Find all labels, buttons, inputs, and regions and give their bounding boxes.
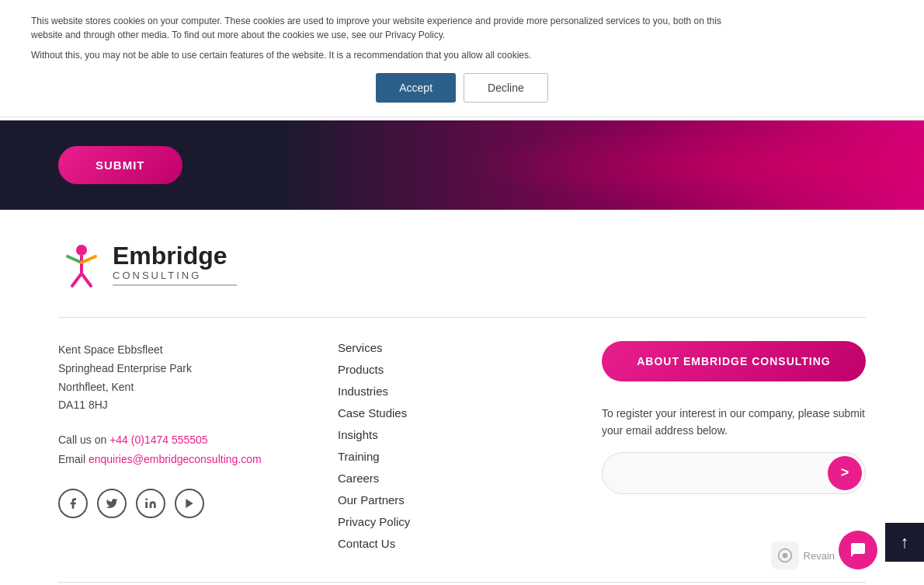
revain-logo-icon bbox=[771, 541, 799, 569]
cookie-banner: This website stores cookies on your comp… bbox=[0, 0, 924, 117]
logo-icon bbox=[58, 241, 105, 287]
call-prefix: Call us on bbox=[58, 434, 109, 446]
svg-marker-7 bbox=[186, 499, 193, 508]
email-form: > bbox=[602, 452, 866, 494]
footer-address-col: Kent Space Ebbsfleet Springhead Enterpri… bbox=[58, 341, 322, 559]
nav-item-products: Products bbox=[338, 363, 602, 377]
hero-section: SUBMIT bbox=[0, 120, 924, 210]
submit-button[interactable]: SUBMIT bbox=[58, 146, 182, 184]
twitter-icon[interactable] bbox=[97, 489, 127, 518]
nav-item-training: Training bbox=[338, 450, 602, 464]
decline-button[interactable]: Decline bbox=[464, 73, 548, 103]
nav-item-insights: Insights bbox=[338, 428, 602, 442]
facebook-icon[interactable] bbox=[58, 489, 88, 518]
logo-area: Embridge CONSULTING bbox=[58, 241, 237, 287]
nav-item-industries: Industries bbox=[338, 385, 602, 399]
scroll-top-button[interactable]: ↑ bbox=[885, 523, 924, 562]
address-line3: Northfleet, Kent bbox=[58, 378, 322, 397]
svg-point-9 bbox=[782, 553, 787, 559]
svg-point-0 bbox=[76, 245, 87, 256]
email-submit-button[interactable]: > bbox=[828, 456, 862, 490]
revain-label: Revain bbox=[804, 550, 835, 562]
nav-link-insights[interactable]: Insights bbox=[338, 428, 378, 441]
nav-item-privacy-policy: Privacy Policy bbox=[338, 515, 602, 529]
nav-link-our-partners[interactable]: Our Partners bbox=[338, 493, 405, 507]
nav-links: Services Products Industries Case Studie… bbox=[338, 341, 602, 551]
footer-content: Kent Space Ebbsfleet Springhead Enterpri… bbox=[58, 318, 866, 582]
footer-bottom: ©2022 Embridge Consulting. All rights re… bbox=[58, 582, 866, 585]
nav-item-services: Services bbox=[338, 341, 602, 355]
footer-nav-col: Services Products Industries Case Studie… bbox=[322, 341, 602, 559]
revain-watermark: Revain bbox=[771, 541, 835, 569]
svg-line-2 bbox=[68, 256, 82, 263]
nav-link-industries[interactable]: Industries bbox=[338, 385, 388, 398]
footer-about-col: ABOUT EMBRIDGE CONSULTING To register yo… bbox=[602, 341, 866, 559]
register-text: To register your interest in our company… bbox=[602, 405, 866, 440]
nav-item-careers: Careers bbox=[338, 472, 602, 486]
email-link[interactable]: enquiries@embridgeconsulting.com bbox=[89, 453, 262, 465]
svg-line-4 bbox=[72, 273, 82, 286]
nav-item-contact-us: Contact Us bbox=[338, 537, 602, 551]
address-line1: Kent Space Ebbsfleet bbox=[58, 341, 322, 360]
nav-link-contact-us[interactable]: Contact Us bbox=[338, 537, 395, 550]
nav-link-services[interactable]: Services bbox=[338, 341, 383, 354]
footer: Embridge CONSULTING Kent Space Ebbsfleet… bbox=[0, 210, 924, 585]
accept-button[interactable]: Accept bbox=[376, 73, 456, 103]
nav-link-careers[interactable]: Careers bbox=[338, 472, 379, 485]
chat-widget[interactable] bbox=[839, 531, 877, 569]
svg-point-6 bbox=[145, 498, 148, 500]
nav-item-our-partners: Our Partners bbox=[338, 493, 602, 507]
nav-link-case-studies[interactable]: Case Studies bbox=[338, 406, 407, 420]
address-line2: Springhead Enterprise Park bbox=[58, 360, 322, 378]
linkedin-icon[interactable] bbox=[136, 489, 165, 518]
phone-link[interactable]: +44 (0)1474 555505 bbox=[109, 434, 208, 446]
contact-info: Call us on +44 (0)1474 555505 Email enqu… bbox=[58, 430, 322, 469]
email-input[interactable] bbox=[603, 456, 825, 490]
nav-link-privacy-policy[interactable]: Privacy Policy bbox=[338, 515, 410, 528]
cookie-text-2: Without this, you may not be able to use… bbox=[31, 48, 730, 62]
svg-line-5 bbox=[82, 273, 91, 286]
nav-item-case-studies: Case Studies bbox=[338, 406, 602, 420]
address-block: Kent Space Ebbsfleet Springhead Enterpri… bbox=[58, 341, 322, 415]
email-prefix: Email bbox=[58, 453, 89, 465]
nav-link-training[interactable]: Training bbox=[338, 450, 380, 463]
about-embridge-button[interactable]: ABOUT EMBRIDGE CONSULTING bbox=[602, 341, 866, 381]
svg-line-3 bbox=[82, 256, 96, 263]
address-line4: DA11 8HJ bbox=[58, 396, 322, 415]
social-icons bbox=[58, 489, 322, 518]
nav-link-products[interactable]: Products bbox=[338, 363, 384, 376]
youtube-icon[interactable] bbox=[175, 489, 204, 518]
logo-text: Embridge CONSULTING bbox=[113, 242, 237, 286]
logo-underline bbox=[113, 284, 237, 286]
cookie-text-1: This website stores cookies on your comp… bbox=[31, 14, 730, 42]
